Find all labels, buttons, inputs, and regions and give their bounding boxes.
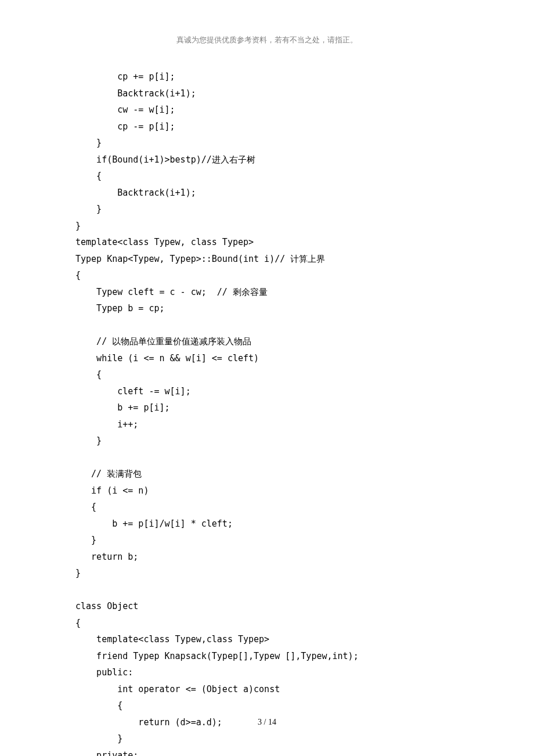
code-line: Typep Knap<Typew, Typep>::Bound(int i)//…	[75, 251, 459, 268]
page-footer: 3 / 14	[0, 718, 534, 727]
code-line: private:	[75, 747, 459, 757]
code-line: friend Typep Knapsack(Typep[],Typew [],T…	[75, 648, 459, 665]
code-line: {	[75, 267, 459, 284]
code-line: i++;	[75, 416, 459, 433]
code-line: // 装满背包	[75, 466, 459, 483]
code-line: // 以物品单位重量价值递减序装入物品	[75, 333, 459, 350]
page-number-total: 14	[268, 718, 276, 726]
code-line: {	[75, 168, 459, 185]
code-line: }	[75, 565, 459, 582]
code-line: Backtrack(i+1);	[75, 185, 459, 201]
code-line: int operator <= (Object a)const	[75, 681, 459, 698]
code-line: class Object	[75, 598, 459, 615]
document-page: 真诚为您提供优质参考资料，若有不当之处，请指正。 cp += p[i]; Bac…	[0, 0, 534, 756]
code-line	[75, 449, 459, 466]
code-line: if (i <= n)	[75, 483, 459, 499]
code-line: Typep b = cp;	[75, 300, 459, 317]
code-line: cleft -= w[i];	[75, 383, 459, 400]
code-line: {	[75, 697, 459, 714]
code-line: }	[75, 218, 459, 235]
code-line: }	[75, 201, 459, 218]
code-block: cp += p[i]; Backtrack(i+1); cw -= w[i]; …	[75, 69, 459, 756]
code-line	[75, 582, 459, 599]
code-line: {	[75, 615, 459, 632]
code-line: return b;	[75, 549, 459, 566]
code-line: template<class Typew,class Typep>	[75, 631, 459, 648]
code-line: public:	[75, 664, 459, 681]
code-line: }	[75, 135, 459, 152]
page-number-separator: /	[262, 718, 268, 726]
code-line: cw -= w[i];	[75, 102, 459, 118]
code-line: Typew cleft = c - cw; // 剩余容量	[75, 284, 459, 301]
code-line: while (i <= n && w[i] <= cleft)	[75, 350, 459, 367]
code-line: {	[75, 499, 459, 516]
code-line: b += p[i]/w[i] * cleft;	[75, 516, 459, 532]
header-text: 真诚为您提供优质参考资料，若有不当之处，请指正。	[176, 35, 358, 44]
code-line: }	[75, 532, 459, 549]
page-header: 真诚为您提供优质参考资料，若有不当之处，请指正。	[75, 35, 459, 45]
code-line: }	[75, 730, 459, 747]
code-line	[75, 317, 459, 334]
code-line: {	[75, 366, 459, 383]
code-line: template<class Typew, class Typep>	[75, 234, 459, 251]
code-line: }	[75, 433, 459, 449]
code-line: cp += p[i];	[75, 69, 459, 85]
code-line: if(Bound(i+1)>bestp)//进入右子树	[75, 152, 459, 168]
code-line: cp -= p[i];	[75, 118, 459, 135]
code-line: b += p[i];	[75, 399, 459, 416]
code-line: Backtrack(i+1);	[75, 85, 459, 102]
page-number-current: 3	[258, 718, 262, 726]
